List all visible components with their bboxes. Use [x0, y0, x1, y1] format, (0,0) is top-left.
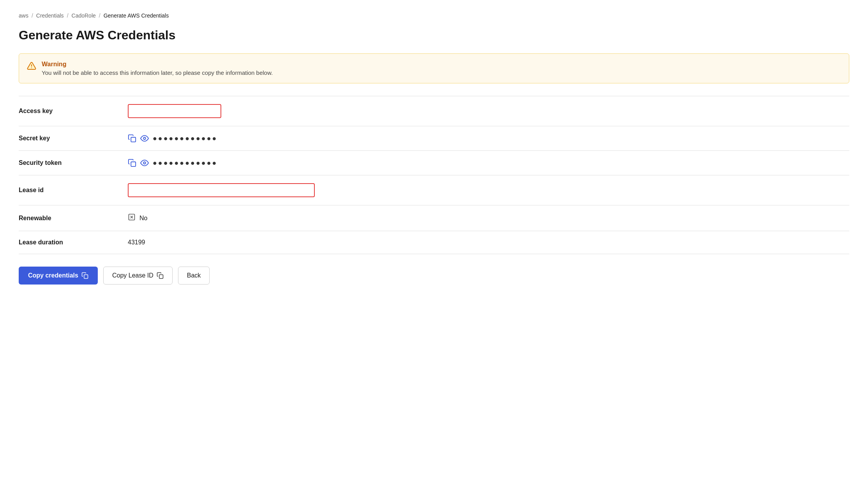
value-secret-key: ●●●●●●●●●●●● — [128, 134, 849, 143]
svg-rect-10 — [159, 275, 163, 279]
value-access-key — [128, 104, 849, 118]
svg-point-3 — [143, 137, 146, 140]
label-lease-duration: Lease duration — [19, 239, 128, 246]
lease-duration-value: 43199 — [128, 239, 145, 246]
breadcrumb-sep-2: / — [67, 12, 69, 19]
secret-key-eye-icon[interactable] — [140, 134, 149, 143]
field-row-secret-key: Secret key ●●●●●●●●●●●● — [19, 126, 849, 151]
label-secret-key: Secret key — [19, 135, 128, 142]
svg-rect-4 — [131, 162, 136, 166]
field-row-lease-duration: Lease duration 43199 — [19, 231, 849, 254]
copy-lease-id-button[interactable]: Copy Lease ID — [103, 267, 173, 285]
breadcrumb-cadorole[interactable]: CadoRole — [72, 12, 96, 19]
warning-content: Warning You will not be able to access t… — [42, 61, 273, 76]
breadcrumb-sep-1: / — [32, 12, 33, 19]
back-label: Back — [187, 272, 201, 279]
breadcrumb-current: Generate AWS Credentials — [104, 12, 169, 19]
value-lease-duration: 43199 — [128, 239, 849, 246]
warning-message: You will not be able to access this info… — [42, 69, 273, 76]
label-access-key: Access key — [19, 108, 128, 115]
warning-box: Warning You will not be able to access t… — [19, 53, 849, 83]
renewable-x-icon — [128, 213, 136, 223]
lease-id-input-box — [128, 183, 315, 197]
warning-icon — [27, 61, 36, 73]
field-row-access-key: Access key — [19, 96, 849, 126]
field-row-security-token: Security token ●●●●●●●●●●●● — [19, 151, 849, 175]
security-token-copy-icon[interactable] — [128, 159, 136, 167]
renewable-value: No — [139, 215, 147, 222]
secret-key-copy-icon[interactable] — [128, 134, 136, 143]
warning-title: Warning — [42, 61, 273, 68]
svg-rect-2 — [131, 137, 136, 142]
copy-credentials-button[interactable]: Copy credentials — [19, 267, 98, 285]
breadcrumb-aws[interactable]: aws — [19, 12, 28, 19]
field-row-renewable: Renewable No — [19, 205, 849, 231]
page-title: Generate AWS Credentials — [19, 28, 849, 42]
label-security-token: Security token — [19, 159, 128, 166]
value-security-token: ●●●●●●●●●●●● — [128, 159, 849, 167]
breadcrumb: aws / Credentials / CadoRole / Generate … — [19, 12, 849, 19]
breadcrumb-credentials[interactable]: Credentials — [36, 12, 64, 19]
action-buttons: Copy credentials Copy Lease ID Back — [19, 254, 849, 285]
security-token-eye-icon[interactable] — [140, 159, 149, 167]
secret-key-dots: ●●●●●●●●●●●● — [153, 134, 217, 143]
breadcrumb-sep-3: / — [99, 12, 101, 19]
copy-lease-id-icon — [157, 272, 164, 279]
label-renewable: Renewable — [19, 215, 128, 222]
access-key-input-box — [128, 104, 221, 118]
copy-lease-id-label: Copy Lease ID — [112, 272, 153, 279]
copy-credentials-label: Copy credentials — [28, 272, 78, 279]
field-row-lease-id: Lease id — [19, 175, 849, 205]
value-renewable: No — [128, 213, 849, 223]
svg-point-1 — [31, 67, 32, 68]
security-token-dots: ●●●●●●●●●●●● — [153, 159, 217, 167]
value-lease-id — [128, 183, 849, 197]
svg-point-5 — [143, 162, 146, 164]
copy-credentials-icon — [81, 272, 88, 279]
label-lease-id: Lease id — [19, 187, 128, 194]
svg-rect-9 — [84, 275, 88, 279]
back-button[interactable]: Back — [178, 267, 210, 285]
